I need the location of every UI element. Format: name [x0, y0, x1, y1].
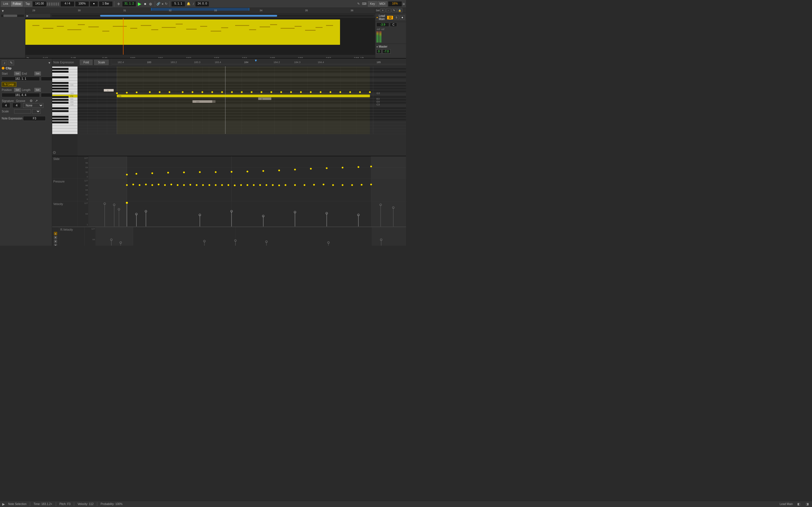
groove-select[interactable]: None Groove 1: [23, 103, 43, 108]
svg-point-153: [260, 91, 262, 93]
chevron-down-icon[interactable]: ▾: [49, 61, 50, 65]
svg-point-212: [259, 184, 261, 186]
groove-settings-icon[interactable]: ⚙: [30, 99, 33, 103]
svg-point-141: [136, 92, 138, 93]
pencil-icon[interactable]: ✎: [8, 60, 14, 65]
bpm-display[interactable]: 141.00: [33, 1, 47, 7]
key-button[interactable]: Key: [368, 1, 377, 7]
pos3-display[interactable]: 24. 0. 0: [195, 1, 209, 7]
groove-arrow-icon[interactable]: ↗: [35, 99, 38, 103]
svg-point-149: [221, 91, 223, 93]
sig-num-input[interactable]: [2, 103, 10, 108]
svg-text:C4: C4: [70, 83, 73, 86]
set-edit-btn[interactable]: ✎: [392, 8, 397, 12]
tap-button[interactable]: Tap: [23, 1, 32, 7]
svg-point-210: [247, 184, 248, 186]
sig-den-input[interactable]: [12, 103, 21, 108]
svg-point-160: [329, 91, 331, 93]
loop-row: ↻ Loop: [2, 82, 50, 87]
wave-icon[interactable]: 〜: [27, 56, 29, 58]
rv-arrow-down3[interactable]: ▼: [54, 244, 57, 245]
svg-rect-18: [235, 25, 249, 26]
set-lock-btn[interactable]: 🔒: [397, 8, 402, 12]
pressure-content[interactable]: [89, 179, 406, 201]
set-minus-btn[interactable]: -: [386, 8, 391, 12]
arr-timeline[interactable]: 29 30 31 32 33 34 35 36: [26, 8, 375, 13]
slide-content[interactable]: [89, 156, 406, 179]
arr-scroll-bar[interactable]: [1, 15, 24, 17]
music-note-icon[interactable]: ♪: [2, 60, 7, 65]
arr-right: Set + - ✎ 🔒 ● Lead Main 12 S ■ -3.9 C -i…: [375, 8, 406, 58]
note-grid[interactable]: A F3 G3 E E3: [78, 66, 406, 156]
svg-point-162: [349, 91, 351, 93]
stop-button[interactable]: ■: [143, 2, 147, 6]
note-expr-label: Note Expression: [2, 117, 22, 120]
zoom-display[interactable]: 100%: [75, 1, 89, 7]
svg-point-152: [251, 91, 252, 93]
fold-arr-icon[interactable]: ▶: [27, 14, 29, 17]
metro-display: ●: [90, 1, 98, 7]
track-stop-btn[interactable]: ■: [400, 15, 405, 19]
svg-point-157: [300, 91, 302, 93]
velocity-content[interactable]: [89, 202, 406, 226]
loop-button[interactable]: ↻ Loop: [2, 82, 16, 87]
target-icon[interactable]: ⊙: [53, 150, 56, 155]
svg-rect-74: [52, 110, 68, 112]
track-volume[interactable]: 12: [387, 16, 393, 19]
len-set-btn[interactable]: Set: [35, 88, 41, 92]
pos2-display[interactable]: 5. 1. 1: [171, 1, 185, 7]
position-display[interactable]: 31. 1. 2: [122, 1, 136, 7]
svg-rect-14: [186, 29, 197, 30]
slide-127: 127: [84, 157, 88, 159]
svg-point-198: [170, 184, 172, 185]
scale-select[interactable]: [32, 109, 41, 114]
note-expr-input[interactable]: [23, 116, 46, 121]
svg-point-207: [227, 184, 229, 186]
svg-text:G3: G3: [70, 92, 73, 95]
svg-text:183: 183: [147, 61, 151, 64]
fold-button[interactable]: Fold: [80, 60, 93, 65]
rv-arrow-down1[interactable]: ▼: [54, 236, 57, 239]
master-row: ● Master: [375, 44, 406, 49]
collapse-arr-icon[interactable]: ▼: [1, 9, 4, 13]
position-input[interactable]: [2, 93, 40, 97]
svg-text:184.2: 184.2: [273, 61, 280, 64]
ruler-area[interactable]: ▼ 182.4 183 183.2 183.3 183.4 184 184.2 …: [111, 59, 406, 66]
rvelocity-content[interactable]: ▶ Off: [96, 227, 406, 245]
clip-title: Clip: [6, 66, 11, 70]
end-set-btn[interactable]: Set: [35, 71, 41, 75]
link-button[interactable]: Link: [1, 1, 10, 7]
svg-point-221: [332, 184, 334, 186]
pos-set-btn[interactable]: Set: [14, 88, 21, 92]
note-expr-section: Note Expression: [2, 116, 50, 121]
note-expr-area-label: Note Expression: [53, 61, 74, 64]
svg-rect-19: [249, 29, 256, 30]
svg-point-176: [247, 171, 248, 172]
grid-label: 1/8: [360, 57, 364, 58]
play-button[interactable]: ▶: [137, 1, 142, 6]
rv-arrow-up1[interactable]: ▲: [54, 232, 57, 235]
scale-button[interactable]: Scale: [94, 60, 109, 65]
midi-button[interactable]: MIDI: [377, 1, 388, 7]
svg-rect-24: [305, 30, 315, 31]
svg-point-158: [310, 91, 312, 93]
bar-display[interactable]: 1 Bar: [99, 1, 113, 7]
arr-horiz-scroll[interactable]: [52, 15, 374, 17]
loop-region[interactable]: [151, 8, 249, 11]
set-plus-btn[interactable]: +: [380, 8, 386, 12]
svg-rect-131: [258, 98, 271, 100]
time-sig-display[interactable]: 4 / 4: [60, 1, 74, 7]
separator1: [114, 1, 114, 7]
track-s-btn[interactable]: S: [394, 15, 399, 19]
start-set-btn[interactable]: Set: [14, 71, 21, 75]
arr-content[interactable]: [26, 18, 375, 55]
follow-button[interactable]: Follow: [11, 1, 23, 7]
rv-arrow-down2[interactable]: ▼: [54, 240, 57, 243]
scale-input[interactable]: [14, 109, 31, 114]
rv-64: 64: [93, 238, 95, 241]
rvelocity-label: R.Velocity: [60, 228, 73, 231]
svg-text:E3: E3: [70, 98, 73, 100]
start-input[interactable]: [2, 76, 40, 81]
menu-icon[interactable]: ≡: [403, 2, 405, 6]
svg-point-214: [272, 184, 274, 186]
